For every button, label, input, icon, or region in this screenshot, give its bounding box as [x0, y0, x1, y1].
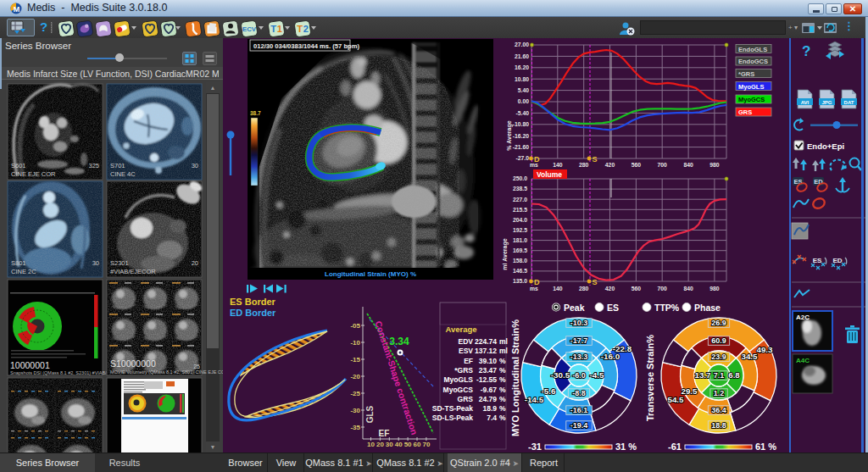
svg-text:227.0: 227.0: [513, 197, 527, 203]
svg-text:-14.5: -14.5: [525, 395, 544, 404]
svg-text:MOVIE Volumetry (QMass 8.1 #2,: MOVIE Volumetry (QMass 8.1 #2, S801) CIN…: [110, 369, 223, 375]
svg-text:169.5: 169.5: [513, 247, 527, 253]
svg-text:S801: S801: [11, 259, 26, 267]
svg-text:CINE 4C: CINE 4C: [110, 170, 136, 178]
svg-text:Phase: Phase: [694, 303, 721, 313]
svg-text:MyoGLS: MyoGLS: [738, 83, 764, 91]
svg-text:-10.80: -10.80: [513, 121, 529, 127]
svg-text:SD-LS-Peak: SD-LS-Peak: [432, 414, 473, 422]
svg-text:ml: ml: [499, 337, 508, 346]
svg-text:Longitudinal Strain (MYO) %: Longitudinal Strain (MYO) %: [325, 270, 416, 278]
svg-text:50: 50: [404, 441, 412, 448]
svg-text:Peak: Peak: [564, 303, 585, 313]
svg-text:13.7: 13.7: [694, 370, 711, 380]
svg-text:192.5: 192.5: [513, 227, 527, 233]
svg-text:700: 700: [658, 286, 668, 292]
svg-text:S601: S601: [11, 162, 26, 169]
svg-text:A2C: A2C: [796, 314, 810, 321]
svg-text:-8.8: -8.8: [572, 389, 586, 397]
svg-text:-31: -31: [528, 441, 542, 452]
svg-text:MyoGLS: MyoGLS: [444, 375, 474, 384]
svg-text:-61: -61: [668, 441, 682, 452]
svg-text:560: 560: [632, 162, 642, 168]
svg-text:-20: -20: [350, 373, 360, 380]
svg-text:215.5: 215.5: [513, 207, 527, 213]
svg-text:280: 280: [579, 162, 589, 168]
svg-text:250.0: 250.0: [513, 175, 527, 181]
svg-text:AVI: AVI: [801, 100, 810, 105]
svg-text:% Average: % Average: [506, 120, 513, 150]
svg-text:-27.0: -27.0: [516, 155, 530, 161]
svg-text:2: 2: [303, 24, 309, 34]
svg-text:7.4: 7.4: [487, 414, 497, 422]
svg-text:S: S: [593, 278, 598, 286]
svg-text:325: 325: [88, 162, 99, 169]
svg-text:*GRS: *GRS: [738, 70, 754, 78]
svg-text:-12.55: -12.55: [476, 375, 497, 384]
svg-text:%: %: [499, 414, 506, 422]
svg-text:34.5: 34.5: [741, 352, 758, 361]
svg-text:EndoGLS: EndoGLS: [738, 46, 767, 53]
svg-text:30: 30: [92, 259, 99, 267]
svg-text:21.60: 21.60: [515, 53, 529, 59]
svg-text:16.20: 16.20: [515, 64, 529, 70]
svg-text:204.0: 204.0: [513, 217, 527, 223]
svg-text:840: 840: [683, 162, 693, 168]
svg-text:135.0: 135.0: [513, 278, 527, 284]
svg-text:%: %: [499, 386, 506, 394]
svg-text:-16.20: -16.20: [513, 133, 529, 139]
svg-text:-16.1: -16.1: [570, 406, 588, 414]
svg-text:38.7: 38.7: [250, 110, 261, 116]
svg-text:ESV: ESV: [459, 347, 473, 355]
svg-text:18.9: 18.9: [482, 404, 497, 413]
svg-text:-19.4: -19.4: [570, 421, 588, 430]
svg-text:224.74: 224.74: [475, 337, 497, 346]
svg-text:ES: ES: [607, 303, 619, 313]
svg-text:27.00: 27.00: [515, 42, 529, 47]
svg-text:SD-TS-Peak: SD-TS-Peak: [432, 404, 473, 413]
svg-text:T: T: [270, 24, 276, 34]
svg-text:70: 70: [422, 441, 430, 448]
svg-text:-6.0: -6.0: [572, 371, 586, 380]
svg-text:137.12: 137.12: [475, 347, 497, 355]
svg-text:TTP%: TTP%: [654, 303, 680, 313]
svg-text:30: 30: [386, 441, 393, 448]
svg-text:GRS: GRS: [458, 395, 474, 403]
svg-text:158.0: 158.0: [513, 258, 527, 264]
svg-text:ED: ED: [832, 257, 842, 264]
svg-text:-9.67: -9.67: [481, 386, 498, 394]
svg-text:ECV: ECV: [242, 25, 257, 33]
svg-text:280: 280: [579, 286, 589, 292]
svg-text:-4.5: -4.5: [590, 370, 604, 380]
svg-text:61 %: 61 %: [755, 441, 776, 452]
svg-text:23.47: 23.47: [479, 366, 498, 375]
svg-text:MyoGCS: MyoGCS: [738, 96, 765, 103]
svg-text:-21.60: -21.60: [513, 144, 529, 150]
svg-text:MYO Longitudinal Strain%: MYO Longitudinal Strain%: [510, 319, 520, 436]
svg-text:ml: ml: [499, 347, 508, 355]
svg-text:700: 700: [658, 162, 668, 168]
svg-text:39.10: 39.10: [479, 357, 498, 365]
svg-text:S2301: S2301: [110, 259, 129, 267]
svg-text:980: 980: [709, 162, 720, 168]
svg-text:-5.40: -5.40: [516, 110, 530, 116]
svg-text:012/30 034/0383/1044 ms. (57: 012/30 034/0383/1044 ms. (57 bpm): [253, 42, 359, 50]
svg-text:Average: Average: [445, 325, 476, 334]
svg-text:DAT: DAT: [844, 100, 854, 105]
svg-text:-35: -35: [350, 424, 360, 431]
svg-text:60.9: 60.9: [711, 336, 726, 345]
svg-text:10: 10: [367, 441, 375, 448]
svg-text:%: %: [499, 375, 506, 384]
svg-text:238.5: 238.5: [513, 186, 527, 192]
svg-text:-13.3: -13.3: [570, 353, 588, 361]
svg-text:*GRS: *GRS: [454, 366, 473, 375]
svg-text:980: 980: [709, 286, 720, 292]
svg-text:%: %: [499, 404, 506, 413]
svg-text:A4C: A4C: [796, 357, 810, 364]
svg-text:-10: -10: [350, 339, 360, 347]
svg-text:EF: EF: [464, 357, 473, 365]
svg-text:EndoGCS: EndoGCS: [738, 58, 768, 65]
svg-text:140: 140: [553, 162, 563, 168]
svg-text:-16.0: -16.0: [601, 352, 620, 361]
svg-text:%: %: [499, 357, 506, 365]
